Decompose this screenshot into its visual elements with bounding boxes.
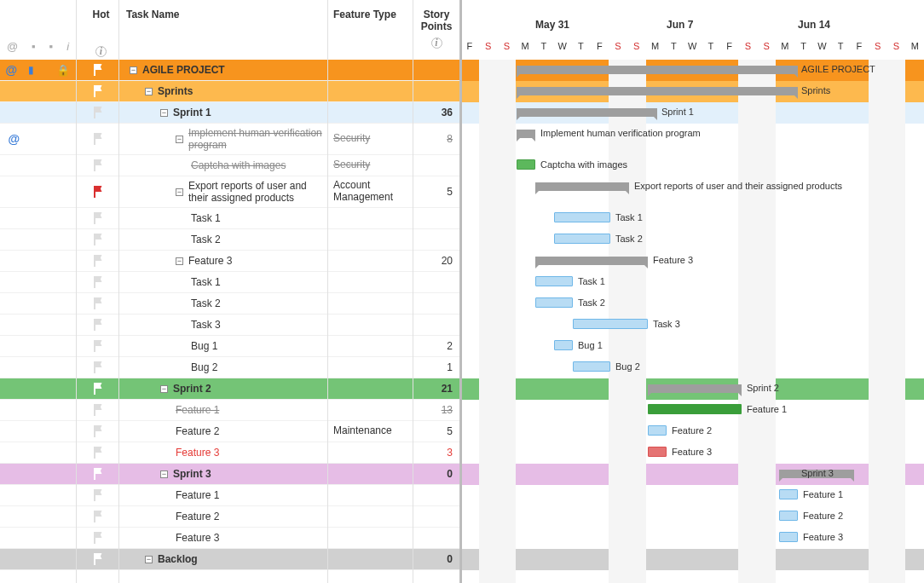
collapse-toggle[interactable]: −	[160, 109, 168, 117]
task-cell[interactable]: −AGILE PROJECT	[119, 60, 327, 81]
flag-icon[interactable]	[92, 107, 104, 118]
gantt-row[interactable]: Sprint 2	[460, 378, 924, 400]
task-cell[interactable]: −Implement human verification program	[119, 124, 327, 155]
hot-flag-cell[interactable]	[77, 102, 118, 124]
story-points-cell[interactable]	[413, 229, 459, 251]
task-cell[interactable]: −Sprint 2	[119, 378, 327, 400]
flag-icon[interactable]	[92, 64, 104, 76]
hot-flag-cell[interactable]	[77, 60, 118, 81]
hot-flag-cell[interactable]	[77, 528, 118, 549]
hot-flag-cell[interactable]	[77, 272, 118, 293]
story-points-cell[interactable]	[413, 81, 459, 102]
story-points-cell[interactable]: 20	[413, 251, 459, 272]
flag-icon[interactable]	[92, 212, 104, 224]
gantt-bar[interactable]	[648, 384, 742, 393]
flag-icon[interactable]	[92, 340, 104, 352]
hot-flag-cell[interactable]	[77, 336, 118, 357]
gantt-row[interactable]: Feature 3	[460, 528, 924, 549]
gantt-row[interactable]: Feature 3	[460, 442, 924, 464]
flag-icon[interactable]	[92, 425, 104, 437]
task-cell[interactable]: −Export reports of user and their assign…	[119, 176, 327, 208]
comment-icon[interactable]: ▮	[28, 64, 34, 76]
flag-icon[interactable]	[92, 186, 104, 198]
feature-type-cell[interactable]	[328, 272, 413, 293]
gantt-row[interactable]: Feature 1	[460, 400, 924, 421]
flag-icon[interactable]	[92, 468, 104, 480]
task-cell[interactable]: Task 1	[119, 272, 327, 293]
story-points-cell[interactable]: 3	[413, 442, 459, 464]
story-points-cell[interactable]	[413, 506, 459, 528]
flag-icon[interactable]	[92, 276, 104, 288]
hot-flag-cell[interactable]	[77, 464, 118, 485]
story-points-cell[interactable]: 0	[413, 464, 459, 485]
feature-type-cell[interactable]	[328, 528, 413, 549]
hot-flag-cell[interactable]	[77, 293, 118, 315]
gantt-row[interactable]: Feature 2	[460, 506, 924, 528]
feature-type-cell[interactable]	[328, 208, 413, 229]
gantt-bar[interactable]	[517, 108, 657, 117]
feature-type-cell[interactable]	[328, 251, 413, 272]
hot-flag-cell[interactable]	[77, 81, 118, 102]
story-points-cell[interactable]: 1	[413, 357, 459, 378]
flag-icon[interactable]	[92, 255, 104, 267]
gantt-bar[interactable]	[517, 66, 798, 74]
gantt-bar[interactable]	[779, 511, 798, 521]
hot-flag-cell[interactable]	[77, 315, 118, 336]
hot-flag-cell[interactable]	[77, 229, 118, 251]
feature-type-cell[interactable]	[328, 485, 413, 506]
gantt-row[interactable]	[460, 549, 924, 570]
gantt-chart[interactable]: May 31Jun 7Jun 14 FSSMTWTFSSMTWTFSSMTWTF…	[460, 0, 924, 583]
gantt-bar[interactable]	[573, 361, 610, 372]
story-points-cell[interactable]	[413, 272, 459, 293]
gantt-row[interactable]: Bug 2	[460, 357, 924, 378]
gantt-row[interactable]: Feature 1	[460, 485, 924, 506]
collapse-toggle[interactable]: −	[176, 188, 183, 196]
gantt-bar[interactable]	[648, 447, 667, 457]
task-cell[interactable]: Bug 2	[119, 357, 327, 378]
flag-icon[interactable]	[92, 234, 104, 245]
story-points-cell[interactable]	[413, 315, 459, 336]
feature-type-cell[interactable]: Security	[328, 155, 413, 176]
feature-type-cell[interactable]	[328, 549, 413, 570]
gantt-row[interactable]: Task 2	[460, 229, 924, 251]
story-points-cell[interactable]: 5	[413, 421, 459, 442]
task-cell[interactable]: Task 1	[119, 208, 327, 229]
gantt-row[interactable]: Task 1	[460, 272, 924, 293]
hot-flag-cell[interactable]	[77, 485, 118, 506]
story-points-cell[interactable]	[413, 60, 459, 81]
gantt-bar[interactable]	[517, 159, 535, 170]
hot-flag-cell[interactable]	[77, 400, 118, 421]
story-points-cell[interactable]: 8	[413, 124, 459, 155]
hot-flag-cell[interactable]	[77, 506, 118, 528]
flag-icon[interactable]	[92, 553, 104, 565]
task-cell[interactable]: Feature 3	[119, 442, 327, 464]
task-cell[interactable]: Bug 1	[119, 336, 327, 357]
task-cell[interactable]: −Backlog	[119, 549, 327, 570]
task-cell[interactable]: −Feature 3	[119, 251, 327, 272]
gantt-row[interactable]: Feature 2	[460, 421, 924, 442]
collapse-toggle[interactable]: −	[176, 136, 183, 143]
gantt-row[interactable]: AGILE PROJECT	[460, 60, 924, 81]
gantt-bar[interactable]	[535, 257, 648, 265]
story-points-cell[interactable]: 2	[413, 336, 459, 357]
feature-type-cell[interactable]	[328, 315, 413, 336]
flag-icon[interactable]	[92, 133, 104, 145]
gantt-row[interactable]: Bug 1	[460, 336, 924, 357]
gantt-bar[interactable]	[648, 404, 742, 414]
feature-type-cell[interactable]	[328, 293, 413, 315]
gantt-bar[interactable]	[573, 319, 648, 329]
gantt-bar[interactable]	[517, 87, 798, 95]
story-points-cell[interactable]	[413, 155, 459, 176]
hot-flag-cell[interactable]	[77, 155, 118, 176]
story-points-cell[interactable]	[413, 528, 459, 549]
gantt-bar[interactable]	[535, 276, 573, 286]
hot-flag-cell[interactable]	[77, 208, 118, 229]
feature-type-cell[interactable]	[328, 229, 413, 251]
task-cell[interactable]: Feature 2	[119, 421, 327, 442]
gantt-row[interactable]: Task 3	[460, 315, 924, 336]
hot-flag-cell[interactable]	[77, 442, 118, 464]
feature-type-cell[interactable]: Security	[328, 124, 413, 155]
hot-flag-cell[interactable]	[77, 251, 118, 272]
feature-type-cell[interactable]	[328, 506, 413, 528]
flag-icon[interactable]	[92, 319, 104, 331]
